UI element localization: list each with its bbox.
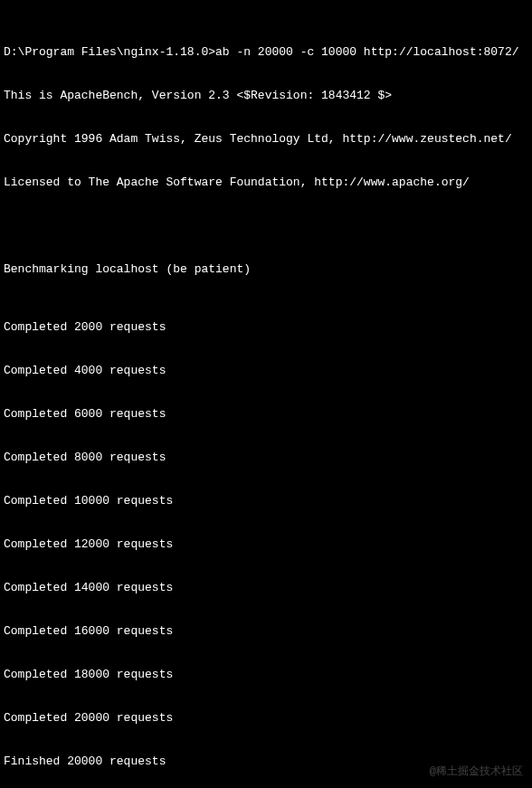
progress-line: Completed 6000 requests (4, 407, 528, 422)
prompt-path: D:\Program Files\nginx-1.18.0> (4, 45, 215, 59)
ab-header-line3: Licensed to The Apache Software Foundati… (4, 176, 528, 190)
progress-line: Completed 14000 requests (4, 581, 528, 595)
progress-line: Completed 20000 requests (4, 711, 528, 726)
progress-line: Finished 20000 requests (4, 755, 528, 769)
blank-line (4, 219, 528, 233)
progress-line: Completed 2000 requests (4, 320, 528, 335)
progress-line: Completed 8000 requests (4, 451, 528, 465)
ab-header-line1: This is ApacheBench, Version 2.3 <$Revis… (4, 89, 528, 103)
progress-line: Completed 18000 requests (4, 668, 528, 682)
ab-header-line2: Copyright 1996 Adam Twiss, Zeus Technolo… (4, 132, 528, 147)
progress-line: Completed 16000 requests (4, 624, 528, 639)
progress-line: Completed 10000 requests (4, 494, 528, 508)
prompt-line: D:\Program Files\nginx-1.18.0>ab -n 2000… (4, 45, 528, 60)
prompt-command: ab -n 20000 -c 10000 http://localhost:80… (215, 45, 518, 59)
progress-line: Completed 12000 requests (4, 537, 528, 552)
progress-line: Completed 4000 requests (4, 364, 528, 378)
terminal-output[interactable]: D:\Program Files\nginx-1.18.0>ab -n 2000… (0, 0, 532, 788)
benchmark-line: Benchmarking localhost (be patient) (4, 262, 528, 277)
